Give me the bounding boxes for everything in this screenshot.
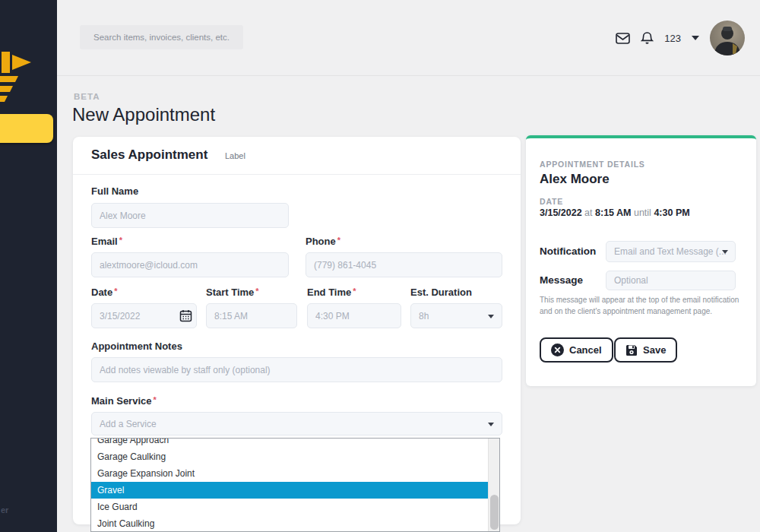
- message-helper-text: This message will appear at the top of t…: [540, 295, 743, 317]
- mail-icon[interactable]: [616, 33, 630, 44]
- end-time-input[interactable]: [307, 303, 401, 328]
- caret-down-icon[interactable]: [692, 36, 699, 40]
- summary-until: until: [634, 207, 651, 218]
- required-marker: *: [255, 287, 258, 296]
- circle-x-icon: [551, 344, 564, 356]
- main-service-label: Main Service*: [91, 395, 157, 407]
- full-name-label: Full Name: [91, 185, 138, 197]
- sidebar-active-item[interactable]: [0, 114, 53, 143]
- service-option[interactable]: Garage Approach: [91, 438, 488, 448]
- logo: [0, 46, 33, 109]
- required-marker: *: [353, 287, 356, 296]
- service-option-selected[interactable]: Gravel: [91, 482, 488, 499]
- app-root: er 123: [0, 0, 760, 532]
- start-time-label: Start Time*: [206, 287, 259, 298]
- save-label: Save: [643, 344, 666, 356]
- date-label: Date*: [91, 287, 117, 298]
- notification-count[interactable]: 123: [664, 33, 681, 44]
- start-time-input[interactable]: [206, 303, 297, 328]
- page-title: New Appointment: [72, 104, 215, 125]
- sidebar: er: [0, 0, 57, 532]
- service-dropdown-list: Garage Approach Garage Caulking Garage E…: [90, 438, 500, 532]
- summary-at: at: [584, 207, 592, 218]
- calendar-icon[interactable]: [179, 309, 192, 325]
- phone-label: Phone*: [306, 236, 340, 247]
- summary-start-time: 8:15 AM: [595, 207, 631, 218]
- notes-label: Appointment Notes: [91, 340, 182, 352]
- main-service-placeholder: Add a Service: [100, 419, 157, 429]
- search-input[interactable]: [80, 25, 243, 49]
- notification-select[interactable]: Email and Text Message (...: [606, 241, 736, 262]
- duration-label: Est. Duration: [410, 287, 472, 298]
- summary-end-time: 4:30 PM: [654, 207, 689, 218]
- full-name-input[interactable]: [91, 203, 289, 228]
- topbar: 123: [57, 0, 760, 76]
- card-header: Sales Appointment Label: [73, 137, 521, 175]
- panel-heading: APPOINTMENT DETAILS: [540, 160, 645, 169]
- caret-down-icon: [488, 423, 494, 426]
- notification-value: Email and Text Message (...: [614, 246, 727, 257]
- required-marker: *: [337, 236, 340, 245]
- client-name: Alex Moore: [540, 172, 610, 187]
- save-button[interactable]: Save: [614, 337, 677, 363]
- avatar[interactable]: [710, 21, 745, 55]
- summary-date: 3/15/2022: [540, 207, 582, 218]
- message-label: Message: [540, 274, 583, 286]
- service-option[interactable]: Joint Caulking: [91, 515, 488, 532]
- beta-tag: BETA: [74, 92, 100, 101]
- service-option[interactable]: Garage Expansion Joint: [91, 465, 488, 482]
- required-marker: *: [114, 287, 117, 296]
- date-heading: DATE: [540, 197, 563, 206]
- dropdown-scrollbar-thumb[interactable]: [490, 495, 499, 530]
- caret-down-icon: [722, 250, 728, 254]
- end-time-label: End Time*: [307, 287, 356, 298]
- service-option[interactable]: Garage Caulking: [91, 448, 488, 465]
- service-option[interactable]: Ice Guard: [91, 499, 488, 515]
- required-marker: *: [154, 395, 157, 404]
- email-input[interactable]: [91, 252, 289, 277]
- phone-input[interactable]: [306, 252, 502, 277]
- message-input[interactable]: [606, 271, 736, 290]
- notification-label: Notification: [540, 245, 596, 257]
- duration-value: 8h: [419, 311, 429, 321]
- appointment-details-panel: APPOINTMENT DETAILS Alex Moore DATE 3/15…: [526, 135, 756, 386]
- cancel-button[interactable]: Cancel: [540, 337, 613, 363]
- save-icon: [625, 344, 638, 356]
- bell-icon[interactable]: [641, 31, 654, 45]
- email-label: Email*: [91, 236, 122, 247]
- card-title: Sales Appointment: [91, 147, 207, 163]
- caret-down-icon: [488, 315, 494, 318]
- notes-input[interactable]: [91, 357, 502, 382]
- date-summary: 3/15/2022 at 8:15 AM until 4:30 PM: [540, 207, 690, 218]
- duration-select[interactable]: 8h: [410, 303, 502, 328]
- required-marker: *: [119, 236, 122, 245]
- cancel-label: Cancel: [569, 344, 602, 356]
- sidebar-footer-text: er: [1, 505, 8, 515]
- dropdown-scrollbar[interactable]: [488, 439, 499, 531]
- main-service-select[interactable]: Add a Service: [91, 412, 502, 435]
- card-title-label-link[interactable]: Label: [225, 151, 245, 160]
